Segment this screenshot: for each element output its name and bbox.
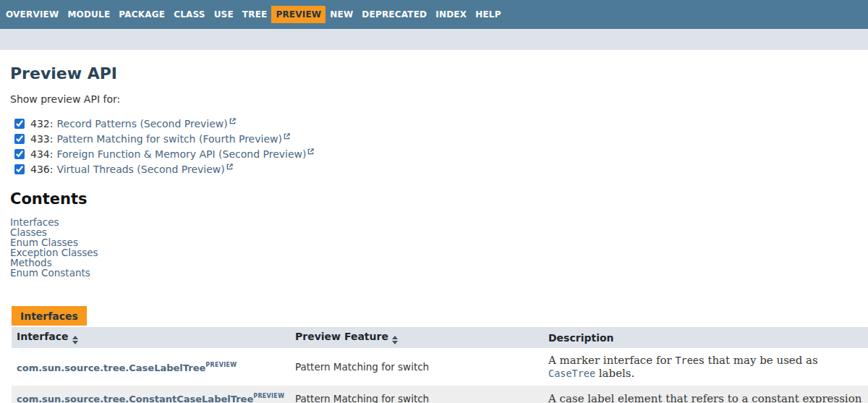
- interfaces-section: Interfaces Interface Preview Feature Des…: [10, 306, 868, 403]
- column-header-label: Description: [548, 332, 614, 344]
- list-item: Exception Classes: [10, 247, 868, 258]
- constantcaselabeltree-link[interactable]: com.sun.source.tree.ConstantCaseLabelTre…: [17, 394, 253, 403]
- column-header-preview-feature[interactable]: Preview Feature: [290, 327, 543, 348]
- preview-badge: PREVIEW: [253, 393, 284, 399]
- description-text: labels.: [595, 367, 634, 380]
- toggle-row-jep433: 433: Pattern Matching for switch (Fourth…: [14, 131, 868, 146]
- jep436-link[interactable]: Virtual Threads (Second Preview): [56, 164, 224, 175]
- nav-item-package[interactable]: PACKAGE: [114, 6, 169, 23]
- show-preview-label: Show preview API for:: [10, 93, 868, 105]
- column-header-label: Preview Feature: [295, 331, 388, 342]
- nav-item-overview[interactable]: OVERVIEW: [1, 6, 63, 23]
- toggle-row-jep436: 436: Virtual Threads (Second Preview): [14, 161, 868, 177]
- casetree-link[interactable]: CaseTree: [548, 368, 595, 379]
- nav-item-use[interactable]: USE: [210, 6, 238, 23]
- table-row: com.sun.source.tree.ConstantCaseLabelTre…: [12, 386, 868, 403]
- preview-toggle-list: 432: Record Patterns (Second Preview) 43…: [14, 116, 868, 177]
- jep-number: 436:: [30, 164, 53, 175]
- contents-link-list: Interfaces Classes Enum Classes Exceptio…: [10, 217, 868, 278]
- nav-item-tree[interactable]: TREE: [238, 6, 272, 23]
- interface-cell: com.sun.source.tree.ConstantCaseLabelTre…: [12, 386, 290, 403]
- nav-item-module[interactable]: MODULE: [63, 6, 114, 23]
- contents-link-enum-constants[interactable]: Enum Constants: [10, 267, 90, 279]
- nav-item-preview-active[interactable]: PREVIEW: [271, 6, 326, 23]
- jep433-link[interactable]: Pattern Matching for switch (Fourth Prev…: [56, 133, 281, 145]
- nav-item-new[interactable]: NEW: [326, 6, 357, 23]
- top-nav-bar: OVERVIEW MODULE PACKAGE CLASS USE TREE P…: [0, 0, 868, 29]
- external-link-icon: [226, 159, 233, 173]
- interface-cell: com.sun.source.tree.CaseLabelTreePREVIEW: [12, 348, 290, 386]
- jep432-checkbox[interactable]: [14, 119, 25, 129]
- sub-nav-bar: [0, 29, 868, 50]
- description-cell: A case label element that refers to a co…: [543, 386, 868, 403]
- external-link-icon: [229, 114, 236, 127]
- jep434-checkbox[interactable]: [14, 149, 25, 159]
- jep-number: 432:: [30, 118, 53, 130]
- sort-arrows-icon[interactable]: [72, 336, 78, 344]
- list-item: Enum Classes: [10, 237, 868, 247]
- list-item: Methods: [10, 258, 868, 268]
- nav-item-class[interactable]: CLASS: [169, 6, 210, 23]
- description-text: A marker interface for: [548, 354, 675, 367]
- contents-heading: Contents: [10, 190, 868, 208]
- table-row: com.sun.source.tree.CaseLabelTreePREVIEW…: [12, 348, 868, 386]
- list-item: Enum Constants: [10, 268, 868, 278]
- interfaces-caption-tab: Interfaces: [12, 306, 87, 326]
- jep433-checkbox[interactable]: [14, 134, 25, 144]
- list-item: Interfaces: [10, 217, 868, 227]
- external-link-icon: [307, 144, 314, 158]
- sort-arrows-icon[interactable]: [392, 336, 398, 344]
- feature-cell: Pattern Matching for switch: [290, 386, 543, 403]
- preview-badge: PREVIEW: [205, 361, 237, 368]
- external-link-icon: [284, 129, 290, 143]
- jep-number: 434:: [30, 148, 53, 160]
- feature-cell: Pattern Matching for switch: [290, 348, 543, 386]
- jep436-checkbox[interactable]: [14, 164, 25, 174]
- list-item: Classes: [10, 227, 868, 237]
- description-text: s that may be used as: [699, 354, 818, 367]
- jep434-link[interactable]: Foreign Function & Memory API (Second Pr…: [56, 148, 306, 160]
- column-header-interface[interactable]: Interface: [12, 327, 290, 348]
- jep-number: 433:: [30, 133, 53, 145]
- nav-item-index[interactable]: INDEX: [431, 6, 471, 23]
- description-cell: A marker interface for Trees that may be…: [543, 348, 868, 386]
- interfaces-summary-table: Interface Preview Feature Description co…: [12, 327, 868, 403]
- nav-item-deprecated[interactable]: DEPRECATED: [357, 6, 431, 23]
- column-header-label: Interface: [17, 331, 69, 342]
- column-header-description: Description: [543, 327, 868, 348]
- jep432-link[interactable]: Record Patterns (Second Preview): [56, 118, 227, 130]
- toggle-row-jep434: 434: Foreign Function & Memory API (Seco…: [14, 146, 868, 161]
- main-content: Preview API Show preview API for: 432: R…: [0, 50, 868, 403]
- page-title: Preview API: [10, 64, 868, 82]
- table-header-row: Interface Preview Feature Description: [12, 327, 868, 348]
- top-nav-list: OVERVIEW MODULE PACKAGE CLASS USE TREE P…: [1, 6, 506, 23]
- toggle-row-jep432: 432: Record Patterns (Second Preview): [14, 116, 868, 131]
- caselabeltree-link[interactable]: com.sun.source.tree.CaseLabelTree: [17, 362, 205, 373]
- code-text: Tree: [675, 355, 699, 366]
- nav-item-help[interactable]: HELP: [471, 6, 505, 23]
